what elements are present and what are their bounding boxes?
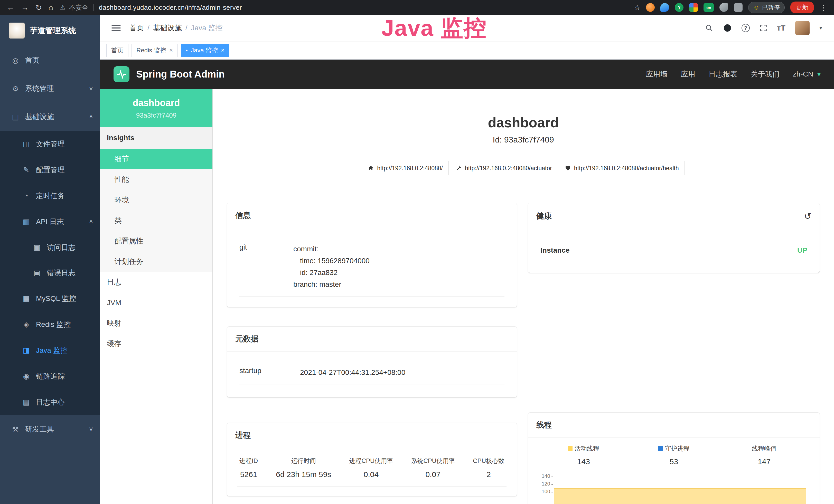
metadata-card-header: 元数据 (227, 327, 517, 352)
sba-item-classes[interactable]: 类 (100, 210, 213, 231)
app-logo-image (9, 23, 25, 39)
app-logo[interactable]: 芋道管理系统 (0, 15, 100, 46)
forward-icon[interactable]: → (21, 3, 29, 12)
breadcrumb-section[interactable]: 基础设施 (153, 23, 182, 33)
fullscreen-icon[interactable] (760, 24, 767, 32)
edit-icon: ✎ (22, 166, 31, 174)
url-text: dashboard.yudao.iocoder.cn/infra/admin-s… (99, 4, 242, 12)
extension-icon[interactable] (720, 3, 728, 12)
legend-swatch-yellow (568, 446, 572, 451)
breadcrumb-home[interactable]: 首页 (129, 23, 144, 33)
error-log-icon: ▣ (32, 269, 42, 277)
bookmark-star-icon[interactable]: ☆ (634, 3, 640, 12)
axis-tick: 140 (539, 473, 553, 481)
sba-item-jvm[interactable]: JVM (100, 293, 213, 313)
address-bar[interactable]: ⚠ 不安全 dashboard.yudao.iocoder.cn/infra/a… (60, 3, 627, 12)
hamburger-icon[interactable] (111, 25, 121, 31)
sidebar-item-dev-tools[interactable]: ⚒ 研发工具 ˅ (0, 415, 100, 443)
instance-links: http://192.168.0.2:48080/ http://192.168… (213, 161, 834, 175)
extension-on-badge-icon[interactable]: on (704, 3, 714, 12)
sba-nav-links: 应用墙 应用 日志报表 关于我们 zh-CN ▾ (646, 69, 821, 79)
row-value: commit: time: 1596289704000 id: 27aa832 … (293, 243, 370, 290)
card-title: 线程 (536, 420, 552, 430)
metric-value: 0.07 (411, 470, 455, 479)
sidebar-item-system[interactable]: ⚙ 系统管理 ˅ (0, 74, 100, 103)
sba-item-metrics[interactable]: 性能 (100, 169, 213, 190)
help-icon[interactable]: ? (742, 24, 750, 32)
active-dot-icon: ● (186, 48, 188, 52)
tab-redis-monitor[interactable]: Redis 监控 × (132, 44, 178, 57)
sidebar-item-infrastructure[interactable]: ▤ 基础设施 ˄ (0, 103, 100, 131)
git-commit-line: commit: (293, 243, 370, 255)
info-row-git: git commit: time: 1596289704000 id: 27aa… (239, 235, 504, 297)
sba-item-config-props[interactable]: 配置属性 (100, 231, 213, 251)
extension-icon[interactable] (689, 3, 698, 12)
sidebar-item-api-logs[interactable]: ▥ API 日志 ˄ (0, 209, 100, 235)
profile-paused-badge[interactable]: ☺ 已暂停 (748, 2, 785, 13)
home-icon[interactable]: ⌂ (48, 3, 53, 12)
sidebar-item-home[interactable]: ◎ 首页 (0, 46, 100, 74)
service-url-link[interactable]: http://192.168.0.2:48080/ (362, 161, 449, 175)
sidebar-item-file-management[interactable]: ◫ 文件管理 (0, 131, 100, 157)
threads-legend: 活动线程 143 守护进程 53 线程峰值 (539, 444, 809, 466)
close-icon[interactable]: × (169, 47, 173, 54)
tab-home[interactable]: 首页 (106, 44, 128, 57)
sidebar-item-java-monitor[interactable]: ◨ Java 监控 (0, 337, 100, 363)
sidebar-item-redis-monitor[interactable]: ◈ Redis 监控 (0, 312, 100, 337)
sidebar-item-scheduled-tasks[interactable]: ◔ 定时任务 (0, 183, 100, 209)
sba-nav-about[interactable]: 关于我们 (751, 69, 780, 79)
sba-item-scheduled-tasks[interactable]: 计划任务 (100, 251, 213, 272)
sba-brand[interactable]: Spring Boot Admin (136, 69, 225, 80)
sidebar-item-mysql-monitor[interactable]: ▦ MySQL 监控 (0, 285, 100, 312)
redis-icon: ◈ (22, 320, 31, 329)
close-icon[interactable]: × (221, 47, 224, 54)
sba-nav-applications[interactable]: 应用 (681, 69, 695, 79)
chrome-menu-icon[interactable]: ⋮ (820, 3, 827, 12)
tab-java-monitor[interactable]: ● Java 监控 × (181, 44, 229, 57)
info-card-header: 信息 (227, 203, 517, 228)
history-icon[interactable]: ↺ (804, 211, 812, 221)
chart-plot-area (553, 473, 809, 504)
sba-nav-journal[interactable]: 日志报表 (709, 69, 738, 79)
sidebar-item-label: 链路追踪 (36, 371, 65, 381)
sidebar-item-access-logs[interactable]: ▣ 访问日志 (0, 235, 100, 260)
instance-header[interactable]: dashboard 93a3fc7f7409 (100, 89, 213, 127)
sba-logo-icon[interactable] (113, 66, 129, 82)
extensions-puzzle-icon[interactable] (734, 3, 743, 12)
chevron-down-icon: ˅ (89, 426, 93, 433)
extension-icon[interactable] (646, 3, 655, 12)
sba-item-details[interactable]: 细节 (100, 148, 213, 169)
metric-label: 进程CPU使用率 (349, 457, 393, 465)
sba-item-caches[interactable]: 缓存 (100, 334, 213, 354)
extension-icon[interactable] (660, 3, 669, 12)
sba-locale-select[interactable]: zh-CN ▾ (793, 70, 821, 78)
user-avatar[interactable] (795, 21, 810, 35)
annotation-overlay: Java 监控 (381, 15, 487, 41)
back-icon[interactable]: ← (7, 3, 14, 12)
threads-card: 线程 活动线程 143 守护进程 (528, 413, 820, 504)
browser-chrome: ← → ↻ ⌂ ⚠ 不安全 dashboard.yudao.iocoder.cn… (0, 0, 834, 15)
link-label: http://192.168.0.2:48080/ (377, 165, 443, 172)
reload-icon[interactable]: ↻ (36, 3, 42, 12)
security-warning-icon: ⚠ (60, 4, 66, 11)
sidebar-item-config-management[interactable]: ✎ 配置管理 (0, 157, 100, 183)
health-url-link[interactable]: http://192.168.0.2:48080/actuator/health (559, 161, 685, 175)
sidebar-item-log-center[interactable]: ▤ 日志中心 (0, 389, 100, 415)
sba-item-environment[interactable]: 环境 (100, 190, 213, 210)
chevron-up-icon: ˄ (89, 113, 93, 121)
text-size-icon[interactable]: тT (777, 24, 786, 32)
chrome-update-button[interactable]: 更新 (790, 2, 814, 13)
github-icon[interactable] (723, 24, 732, 32)
sidebar-item-label: 定时任务 (36, 191, 65, 201)
actuator-url-link[interactable]: http://192.168.0.2:48080/actuator (450, 161, 558, 175)
card-title: 元数据 (235, 334, 258, 344)
search-icon[interactable] (705, 24, 713, 32)
sba-item-mappings[interactable]: 映射 (100, 313, 213, 334)
sba-nav-wallboard[interactable]: 应用墙 (646, 69, 667, 79)
sba-item-logs[interactable]: 日志 (100, 272, 213, 293)
tags-view-bar: 首页 Redis 监控 × ● Java 监控 × (100, 41, 834, 60)
axis-tick: 120 (539, 481, 553, 488)
extension-icon[interactable]: Y (675, 3, 683, 12)
sidebar-item-error-logs[interactable]: ▣ 错误日志 (0, 260, 100, 285)
sidebar-item-tracing[interactable]: ◉ 链路追踪 (0, 363, 100, 389)
